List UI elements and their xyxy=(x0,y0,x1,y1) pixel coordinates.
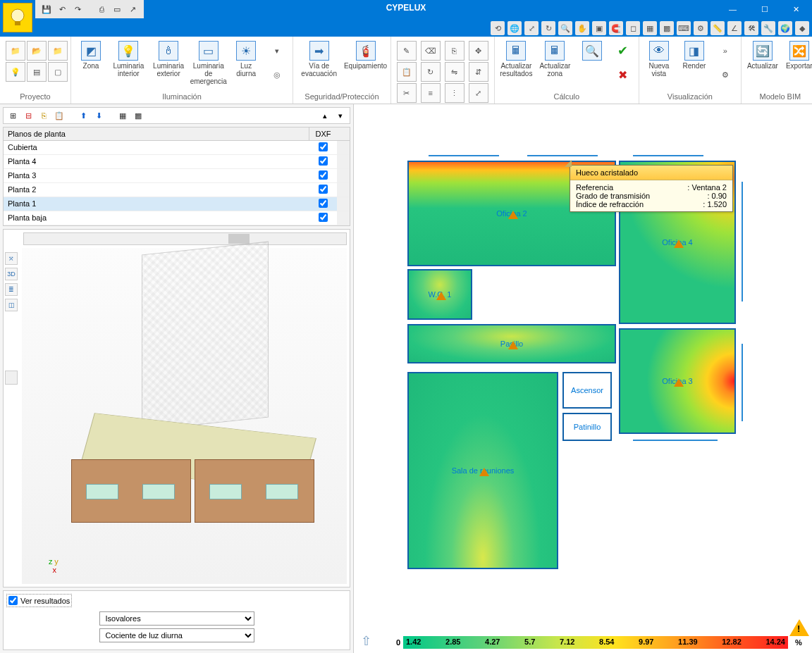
redo-icon[interactable]: ↷ xyxy=(72,4,83,15)
collapse-up-icon[interactable]: ▴ xyxy=(319,109,331,122)
ruler-icon[interactable]: 📏 xyxy=(710,21,725,35)
viewer-scrollbar-v[interactable] xyxy=(5,371,18,385)
viewer-scrollbar-h[interactable] xyxy=(23,232,347,245)
keyboard-icon[interactable]: ⌨ xyxy=(677,21,691,35)
floor-dxf-check[interactable] xyxy=(309,169,337,182)
viewer-canvas[interactable]: z y x xyxy=(22,248,347,584)
arrow-up-blue-icon[interactable]: ⬆ xyxy=(77,109,90,122)
grid-color-icon[interactable]: ▩ xyxy=(132,109,144,122)
luminaria-exterior-button[interactable]: 🕯Luminaria exterior xyxy=(149,38,188,80)
angle-icon[interactable]: ∠ xyxy=(727,21,742,35)
list-icon[interactable]: ▤ xyxy=(27,62,47,82)
minimize-button[interactable]: — xyxy=(717,0,749,18)
axes-icon[interactable]: ⤱ xyxy=(5,252,18,265)
bulb-folder-icon[interactable]: 💡 xyxy=(6,62,25,82)
paste-yellow-icon[interactable]: 📋 xyxy=(53,109,66,122)
floor-row[interactable]: Cubierta xyxy=(4,141,350,155)
floor-dxf-check[interactable] xyxy=(309,141,337,154)
prism-icon[interactable]: ◫ xyxy=(5,299,18,311)
warning-icon[interactable] xyxy=(789,619,809,636)
zoom-extents-icon[interactable]: ⤢ xyxy=(524,21,539,35)
room-ascensor[interactable]: Ascensor xyxy=(562,372,612,409)
mirror-v-icon[interactable]: ⇵ xyxy=(469,62,488,82)
print-icon[interactable]: ⎙ xyxy=(96,4,107,15)
grid-icon[interactable]: ▦ xyxy=(116,109,129,122)
arrow-down-icon[interactable]: ▾ xyxy=(267,41,287,61)
show-results-checkbox[interactable]: Ver resultados xyxy=(6,594,72,607)
paste-icon[interactable]: 📋 xyxy=(397,62,417,82)
actualizar-bim-button[interactable]: 🔄Actualizar xyxy=(744,38,781,73)
grid2-icon[interactable]: ▩ xyxy=(660,21,674,35)
layers-icon[interactable]: ≣ xyxy=(5,283,18,296)
undo-icon[interactable]: ↶ xyxy=(56,4,68,15)
room-oficina-3[interactable]: Oficina 3 xyxy=(619,328,736,434)
square-icon[interactable]: ◻ xyxy=(626,21,640,35)
rotate-icon[interactable]: ↻ xyxy=(421,62,441,82)
copy-icon[interactable]: ⎘ xyxy=(445,41,465,61)
select-cociente[interactable]: Cociente de luz diurna xyxy=(99,628,254,642)
distribute-icon[interactable]: ⋮ xyxy=(445,83,465,103)
floor-dxf-check[interactable] xyxy=(309,197,337,211)
render-button[interactable]: ◨Render xyxy=(677,38,711,73)
room-sala-reuniones[interactable]: Sala de reuniones xyxy=(407,372,558,569)
floor-row[interactable]: Planta 3 xyxy=(4,169,350,183)
folder-new-icon[interactable]: 📁 xyxy=(6,41,25,61)
delete-red-icon[interactable]: ⊟ xyxy=(22,109,35,122)
floor-row[interactable]: Planta 1 xyxy=(4,197,350,211)
chevrons-icon[interactable]: » xyxy=(715,41,735,61)
mirror-h-icon[interactable]: ⇋ xyxy=(445,62,465,82)
window-icon[interactable]: ▣ xyxy=(592,21,606,35)
eraser-icon[interactable]: ⌫ xyxy=(421,41,441,61)
folder-open-icon[interactable]: 📂 xyxy=(27,41,47,61)
nueva-vista-button[interactable]: 👁Nueva vista xyxy=(642,38,676,80)
globe-icon[interactable]: 🌐 xyxy=(508,21,522,35)
target-icon[interactable]: ◎ xyxy=(267,65,287,85)
select-isovalores[interactable]: Isovalores xyxy=(99,611,254,626)
show-results-input[interactable] xyxy=(8,596,18,605)
box-icon[interactable]: ▭ xyxy=(111,4,123,15)
move-icon[interactable]: ✥ xyxy=(469,41,488,61)
floor-dxf-check[interactable] xyxy=(309,183,337,197)
save-icon[interactable]: 💾 xyxy=(41,4,52,15)
magnet-icon[interactable]: 🧲 xyxy=(609,21,623,35)
zona-button[interactable]: ◩Zona xyxy=(74,38,108,73)
gear-icon[interactable]: ⚙ xyxy=(715,65,735,85)
x-red-icon[interactable]: ✖ xyxy=(613,65,633,85)
floor-dxf-check[interactable] xyxy=(309,211,337,225)
actualizar-zona-button[interactable]: 🖩Actualizar zona xyxy=(536,38,574,80)
equipamiento-button[interactable]: 🧯Equipamiento xyxy=(343,38,388,73)
floor-row[interactable]: Planta 2 xyxy=(4,183,350,197)
folder-back-icon[interactable]: 📁 xyxy=(48,41,68,61)
room-wc-1[interactable]: W.C. 1 xyxy=(407,269,472,320)
pan-icon[interactable]: ✋ xyxy=(575,21,589,35)
floor-row[interactable]: Planta baja xyxy=(4,211,350,225)
maximize-button[interactable]: ☐ xyxy=(749,0,780,18)
floor-row[interactable]: Planta 4 xyxy=(4,155,350,169)
blank-icon[interactable]: ▢ xyxy=(48,62,68,82)
actualizar-resultados-button[interactable]: 🖩Actualizar resultados xyxy=(498,38,535,80)
room-pasillo[interactable]: Pasillo xyxy=(407,324,616,363)
3d-icon[interactable]: 3D xyxy=(5,268,18,280)
align-icon[interactable]: ≡ xyxy=(421,83,441,103)
viewer-3d[interactable]: ⤱3D≣◫ z y x xyxy=(3,229,350,587)
luminaria-emergencia-button[interactable]: ▭Luminaria de emergencia xyxy=(189,38,228,88)
collapse-down-icon[interactable]: ▾ xyxy=(334,109,347,122)
room-patinillo[interactable]: Patinillo xyxy=(562,413,612,441)
settings-icon[interactable]: ⚙ xyxy=(694,21,708,35)
plan-canvas[interactable]: Oficina 2Oficina 4W.C. 1PasilloOficina 3… xyxy=(354,104,812,653)
tools-icon[interactable]: 🛠 xyxy=(744,21,758,35)
edit-icon[interactable]: ✎ xyxy=(397,41,417,61)
help-globe-icon[interactable]: 🌍 xyxy=(778,21,792,35)
luminaria-interior-button[interactable]: 💡Luminaria interior xyxy=(109,38,148,80)
export-icon[interactable]: ↗ xyxy=(127,4,138,15)
via-evacuacion-button[interactable]: ➡Vía de evacuación xyxy=(296,38,342,80)
check-green-icon[interactable]: ✔ xyxy=(613,41,633,61)
rotate-left-icon[interactable]: ⟲ xyxy=(491,21,505,35)
copy-yellow-icon[interactable]: ⎘ xyxy=(37,109,50,122)
scale-icon[interactable]: ⤢ xyxy=(469,83,488,103)
close-button[interactable]: ✕ xyxy=(780,0,812,18)
exportar-bim-button[interactable]: 🔀Exportar xyxy=(782,38,812,73)
add-box-icon[interactable]: ⊞ xyxy=(6,109,19,122)
wrench-icon[interactable]: 🔧 xyxy=(761,21,775,35)
magnifier-button[interactable]: 🔍 xyxy=(575,38,609,63)
